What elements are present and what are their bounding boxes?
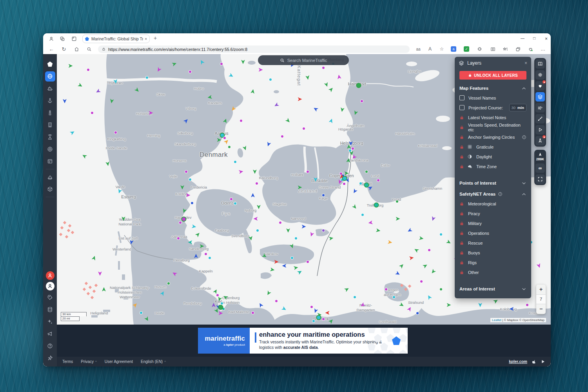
vessel-marker[interactable] xyxy=(322,67,325,69)
zoom-control[interactable]: + 7 − xyxy=(536,285,546,314)
vessel-marker[interactable] xyxy=(354,296,356,298)
vessel-marker[interactable] xyxy=(177,237,180,240)
vessel-marker[interactable] xyxy=(361,100,363,102)
layers-section-points-of-interest[interactable]: Points of Interest xyxy=(455,178,531,188)
vessel-marker[interactable] xyxy=(230,198,232,200)
vessel-marker[interactable] xyxy=(179,221,181,224)
vessel-marker[interactable] xyxy=(307,171,309,173)
vessel-marker[interactable] xyxy=(393,296,395,298)
info-icon[interactable] xyxy=(522,135,526,140)
split-screen-icon[interactable] xyxy=(489,45,496,53)
sidebar-item-port-calls[interactable] xyxy=(45,172,55,182)
map-search-bar[interactable]: Search MarineTraffic xyxy=(258,55,349,65)
checkbox[interactable] xyxy=(459,95,465,100)
map-attribution[interactable]: Leaflet | © Mapbox © OpenStreetMap xyxy=(490,318,546,322)
vessel-marker[interactable] xyxy=(349,149,351,152)
sidebar-item-ais-stations[interactable] xyxy=(45,132,55,142)
window-maximize-button[interactable]: □ xyxy=(533,36,535,40)
layers-section-areas-of-interest[interactable]: Areas of Interest xyxy=(455,284,531,294)
vessel-marker[interactable] xyxy=(385,288,387,290)
translate-icon[interactable]: aa xyxy=(415,45,422,53)
vessel-marker[interactable] xyxy=(342,176,347,181)
replay-button[interactable] xyxy=(535,125,545,134)
vessel-marker[interactable] xyxy=(181,217,187,222)
sidebar-item-lights[interactable] xyxy=(45,108,55,118)
footer-link-privacy[interactable]: Privacy ^ xyxy=(81,359,97,364)
layers-section-map-features[interactable]: Map Features xyxy=(455,83,531,93)
vessel-marker[interactable] xyxy=(221,302,223,305)
layer-item-rigs[interactable]: Rigs xyxy=(455,258,531,267)
measure-distance-button[interactable] xyxy=(535,114,545,123)
vessel-marker[interactable] xyxy=(374,203,379,208)
weather-button[interactable] xyxy=(535,103,545,113)
vessel-marker[interactable] xyxy=(322,318,325,320)
settings-more-icon[interactable]: … xyxy=(539,45,546,53)
vessel-marker[interactable] xyxy=(343,183,345,185)
vessel-marker[interactable] xyxy=(275,300,278,302)
vessel-marker[interactable] xyxy=(420,280,423,283)
vessel-marker[interactable] xyxy=(365,171,368,173)
vessel-marker[interactable] xyxy=(303,127,305,130)
zoom-in-button[interactable]: + xyxy=(536,285,546,294)
sidebar-item-profile[interactable] xyxy=(46,282,54,290)
address-bar[interactable]: https://www.marinetraffic.com/en/ais/hom… xyxy=(98,45,410,53)
vessel-marker[interactable] xyxy=(223,137,226,139)
layer-item-vessels-speed-destination-etc[interactable]: Vessels Speed, Destination etc xyxy=(455,122,531,132)
vessel-marker[interactable] xyxy=(281,135,283,138)
read-aloud-icon[interactable]: A xyxy=(426,45,434,53)
vessel-marker[interactable] xyxy=(279,221,281,224)
ad-banner[interactable]: marinetraffic a kpler product enhance yo… xyxy=(198,328,408,354)
sidebar-item-data-products[interactable] xyxy=(45,184,55,194)
sidebar-item-photos[interactable] xyxy=(45,144,55,154)
vessel-marker[interactable] xyxy=(228,146,230,148)
vessel-marker[interactable] xyxy=(526,304,528,306)
browser-essentials-icon[interactable] xyxy=(527,45,534,53)
vessel-marker[interactable] xyxy=(440,288,442,290)
sidebar-item-datasets[interactable] xyxy=(45,305,55,315)
layer-item-operations[interactable]: Operations xyxy=(455,228,531,238)
vessel-marker[interactable] xyxy=(322,229,325,232)
sidebar-item-marinetraffic-logo[interactable] xyxy=(45,59,55,69)
browser-profile-icon[interactable] xyxy=(48,35,55,42)
checkbox[interactable] xyxy=(459,105,465,110)
close-icon[interactable]: × xyxy=(524,60,527,66)
vessel-marker[interactable] xyxy=(291,257,293,259)
vessel-marker[interactable] xyxy=(167,282,170,285)
vessel-marker[interactable] xyxy=(240,120,242,122)
playstore-icon[interactable] xyxy=(541,359,545,364)
vessel-marker[interactable] xyxy=(316,315,321,320)
vessel-marker[interactable] xyxy=(377,179,379,181)
tab-actions-icon[interactable] xyxy=(71,35,78,42)
browser-tab[interactable]: MarineTraffic: Global Ship Trackin × xyxy=(82,34,150,43)
checkmark-extension-icon[interactable]: ✓ xyxy=(464,46,469,52)
vessel-marker[interactable] xyxy=(364,183,369,188)
vessel-marker[interactable] xyxy=(295,237,297,240)
vessel-marker[interactable] xyxy=(205,253,207,255)
vessel-marker[interactable] xyxy=(307,261,309,263)
layer-item-piracy[interactable]: Piracy xyxy=(455,209,531,218)
window-minimize-button[interactable]: — xyxy=(521,36,524,40)
sidebar-item-ai-assistant[interactable] xyxy=(45,317,55,327)
vessel-marker[interactable] xyxy=(310,306,313,308)
sidebar-item-account-alert[interactable] xyxy=(46,271,54,280)
vessel-marker[interactable] xyxy=(396,200,398,203)
layer-item-anchor-swinging-circles[interactable]: Anchor Swinging Circles xyxy=(455,132,531,142)
footer-link-user-agreement[interactable]: User Agreement xyxy=(105,359,133,364)
sidebar-item-ports[interactable] xyxy=(45,96,55,106)
sidebar-item-pin-sidebar[interactable] xyxy=(45,353,55,363)
layers-button[interactable] xyxy=(535,92,545,102)
zoom-out-button[interactable]: − xyxy=(536,304,546,314)
tab-close-icon[interactable]: × xyxy=(145,37,147,41)
unlock-all-layers-button[interactable]: UNLOCK ALL LAYERS xyxy=(459,71,526,80)
vessel-marker[interactable] xyxy=(359,182,362,185)
vessel-marker[interactable] xyxy=(87,69,89,71)
footer-link-terms[interactable]: Terms xyxy=(62,359,73,364)
vessel-marker[interactable] xyxy=(146,76,148,79)
collections-icon[interactable] xyxy=(514,45,521,53)
vessel-marker[interactable] xyxy=(220,63,223,65)
vessel-marker[interactable] xyxy=(209,257,211,259)
vessel-marker[interactable] xyxy=(140,312,142,314)
new-tab-button[interactable]: + xyxy=(154,35,157,41)
sidebar-item-news[interactable] xyxy=(45,156,55,167)
fullscreen-button[interactable] xyxy=(535,174,545,184)
